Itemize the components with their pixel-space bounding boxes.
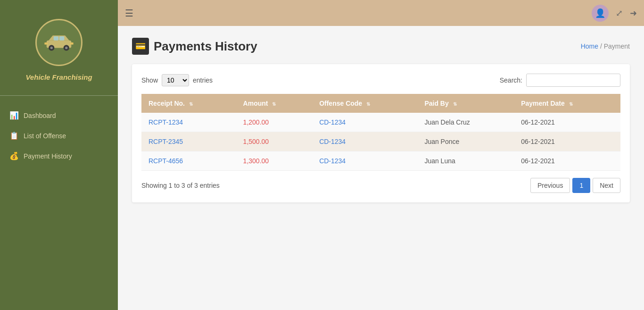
col-offense-code: Offense Code ⇅	[312, 94, 417, 113]
next-button[interactable]: Next	[593, 178, 620, 193]
pagination-buttons: Previous 1 Next	[530, 178, 620, 193]
car-logo-icon	[42, 31, 75, 54]
payment-icon: 💰	[9, 151, 19, 160]
content-area: 💳 Payments History Home / Payment Show 5…	[118, 26, 644, 310]
page-header: 💳 Payments History Home / Payment	[132, 38, 630, 55]
cell-amount-1: 1,500.00	[236, 132, 313, 151]
table-body: RCPT-1234 1,200.00 CD-1234 Juan Dela Cru…	[141, 113, 620, 171]
breadcrumb-separator: /	[600, 42, 602, 50]
table-row: RCPT-1234 1,200.00 CD-1234 Juan Dela Cru…	[141, 113, 620, 132]
table-row: RCPT-2345 1,500.00 CD-1234 Juan Ponce 06…	[141, 132, 620, 151]
sidebar-item-label-payment: Payment History	[24, 152, 72, 160]
nav-items: 📊 Dashboard 📋 List of Offense 💰 Payment …	[0, 105, 118, 166]
cell-offense-0: CD-1234	[312, 113, 417, 132]
previous-button[interactable]: Previous	[530, 178, 570, 193]
hamburger-button[interactable]: ☰	[125, 8, 133, 19]
table-card: Show 5 10 25 50 100 entries Search:	[132, 64, 630, 202]
col-payment-date: Payment Date ⇅	[514, 94, 620, 113]
cell-offense-1: CD-1234	[312, 132, 417, 151]
breadcrumb: Home / Payment	[581, 42, 630, 50]
search-label: Search:	[500, 76, 522, 84]
pagination-info: Showing 1 to 3 of 3 entries	[141, 182, 220, 189]
col-amount: Amount ⇅	[236, 94, 313, 113]
table-header-row: Receipt No. ⇅ Amount ⇅ Offense Code ⇅	[141, 94, 620, 113]
sidebar: Vehicle Franchising 📊 Dashboard 📋 List o…	[0, 0, 118, 310]
svg-point-4	[65, 47, 67, 49]
sidebar-item-label-dashboard: Dashboard	[24, 112, 56, 119]
sort-icon-offense: ⇅	[366, 101, 370, 107]
svg-rect-7	[44, 42, 48, 44]
sort-icon-date: ⇅	[569, 101, 573, 107]
cell-offense-2: CD-1234	[312, 151, 417, 171]
cell-paid-by-1: Juan Ponce	[417, 132, 514, 151]
cell-paid-by-2: Juan Luna	[417, 151, 514, 171]
logout-icon[interactable]: ➜	[630, 8, 637, 18]
page-title-icon: 💳	[132, 38, 149, 55]
table-controls: Show 5 10 25 50 100 entries Search:	[141, 74, 620, 87]
search-input[interactable]	[526, 74, 620, 87]
cell-date-1: 06-12-2021	[514, 132, 620, 151]
sidebar-item-label-offense: List of Offense	[24, 132, 66, 140]
search-row: Search:	[500, 74, 620, 87]
entries-select[interactable]: 5 10 25 50 100	[162, 74, 189, 86]
cell-receipt-1: RCPT-2345	[141, 132, 236, 151]
page-title: Payments History	[154, 39, 257, 54]
cell-receipt-0: RCPT-1234	[141, 113, 236, 132]
logo-circle	[35, 19, 83, 66]
sort-icon-paid-by: ⇅	[453, 101, 457, 107]
entries-label: entries	[193, 76, 213, 84]
cell-paid-by-0: Juan Dela Cruz	[417, 113, 514, 132]
page-title-row: 💳 Payments History	[132, 38, 257, 55]
expand-icon[interactable]: ⤢	[616, 8, 623, 18]
topbar-right: 👤 ⤢ ➜	[592, 5, 637, 22]
svg-rect-6	[59, 36, 65, 41]
sidebar-item-dashboard[interactable]: 📊 Dashboard	[0, 105, 118, 126]
col-receipt-no: Receipt No. ⇅	[141, 94, 236, 113]
logo-area: Vehicle Franchising	[0, 9, 118, 96]
brand-name: Vehicle Franchising	[25, 73, 92, 81]
sort-icon-amount: ⇅	[272, 101, 276, 107]
avatar: 👤	[592, 5, 609, 22]
table-row: RCPT-4656 1,300.00 CD-1234 Juan Luna 06-…	[141, 151, 620, 171]
payments-table: Receipt No. ⇅ Amount ⇅ Offense Code ⇅	[141, 94, 620, 171]
cell-amount-0: 1,200.00	[236, 113, 313, 132]
show-label: Show	[141, 76, 158, 84]
dashboard-icon: 📊	[9, 111, 19, 120]
col-paid-by: Paid By ⇅	[417, 94, 514, 113]
cell-date-0: 06-12-2021	[514, 113, 620, 132]
breadcrumb-current: Payment	[604, 42, 630, 50]
sidebar-item-payment-history[interactable]: 💰 Payment History	[0, 146, 118, 166]
page-1-button[interactable]: 1	[572, 178, 590, 193]
svg-rect-5	[54, 36, 59, 41]
sidebar-item-list-of-offense[interactable]: 📋 List of Offense	[0, 126, 118, 146]
cell-receipt-2: RCPT-4656	[141, 151, 236, 171]
show-entries: Show 5 10 25 50 100 entries	[141, 74, 213, 86]
svg-rect-8	[70, 42, 74, 44]
svg-point-2	[50, 47, 53, 49]
topbar: ☰ 👤 ⤢ ➜	[118, 0, 644, 26]
breadcrumb-home-link[interactable]: Home	[581, 42, 598, 50]
sort-icon-receipt: ⇅	[189, 101, 193, 107]
main-area: ☰ 👤 ⤢ ➜ 💳 Payments History Home / Paymen…	[118, 0, 644, 310]
list-icon: 📋	[9, 131, 19, 140]
pagination-row: Showing 1 to 3 of 3 entries Previous 1 N…	[141, 178, 620, 193]
cell-amount-2: 1,300.00	[236, 151, 313, 171]
cell-date-2: 06-12-2021	[514, 151, 620, 171]
